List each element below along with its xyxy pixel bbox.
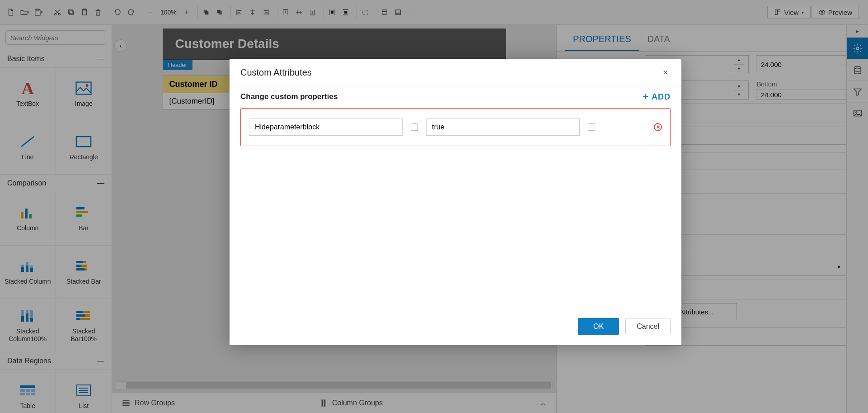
dialog-title: Custom Attributes [240,67,312,78]
remove-attribute-button[interactable]: ✕ [654,123,662,131]
custom-attributes-dialog: Custom Attributes ✕ Change custom proper… [230,59,681,345]
dialog-subtitle: Change custom properties [240,92,338,101]
dialog-subtitle-row: Change custom properties + ADD [230,86,681,108]
cancel-button[interactable]: Cancel [625,318,671,335]
plus-icon: + [643,91,649,103]
add-attribute-button[interactable]: + ADD [643,91,671,103]
dialog-actions: OK Cancel [230,312,681,345]
dialog-content: ✕ [230,108,681,312]
attribute-name-input[interactable] [249,119,403,136]
attribute-value-input[interactable] [426,119,580,136]
attribute-checkbox-2[interactable] [588,123,595,131]
dialog-title-bar: Custom Attributes ✕ [230,59,681,86]
attribute-row: ✕ [240,108,671,146]
add-label: ADD [652,92,671,102]
ok-button[interactable]: OK [578,318,619,335]
attribute-checkbox-1[interactable] [411,123,418,131]
dialog-close-button[interactable]: ✕ [660,67,671,78]
